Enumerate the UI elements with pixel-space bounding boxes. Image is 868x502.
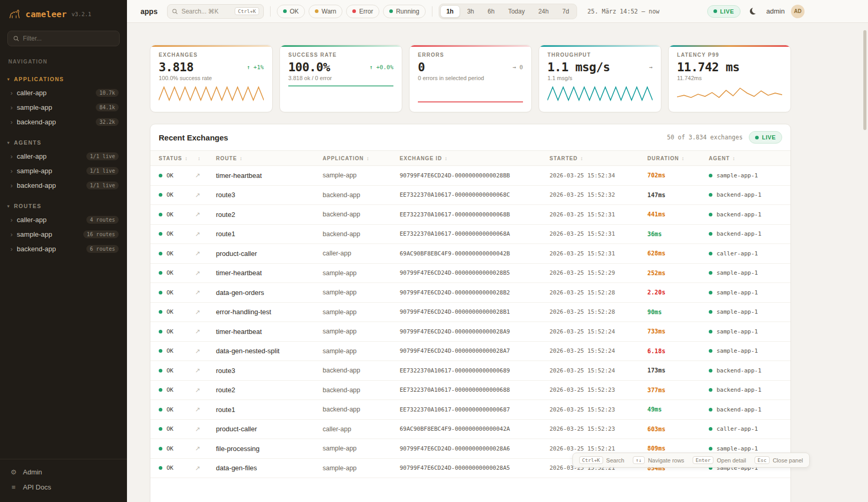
global-search[interactable]: Search... ⌘K Ctrl+K (167, 4, 264, 19)
chevron-right-icon: › (10, 104, 12, 111)
open-detail-icon[interactable]: ↗ (195, 211, 216, 218)
app-logo[interactable]: cameleer v3.2.1 (0, 0, 127, 25)
status-cell: OK (159, 426, 195, 432)
sidebar-section-header[interactable]: ▾ APPLICATIONS (0, 74, 127, 85)
table-row[interactable]: OK ↗ data-gen-nested-split sample-app 90… (150, 342, 790, 362)
table-column-header[interactable]: STATUS ↕ (159, 156, 195, 161)
column-label: AGENT (709, 156, 730, 161)
table-row[interactable]: OK ↗ route2 backend-app EE7322370A10617-… (150, 205, 790, 225)
stat-card[interactable]: THROUGHPUT 1.1 msg/s → 1.1 msg/s (539, 45, 661, 112)
sidebar-section-header[interactable]: ▾ AGENTS (0, 137, 127, 149)
table-live-badge[interactable]: LIVE (749, 131, 782, 144)
table-column-header[interactable]: APPLICATION ↕ (323, 156, 400, 161)
shortcut-hint: Ctrl+K Search (579, 456, 624, 464)
status-label: OK (167, 230, 173, 237)
theme-toggle-button[interactable] (747, 5, 760, 18)
status-filter-chip[interactable]: Running (383, 5, 426, 18)
table-column-header[interactable]: AGENT ↕ (709, 156, 782, 161)
table-row[interactable]: OK ↗ product-caller caller-app 69AC90BF8… (150, 420, 790, 440)
sidebar-item[interactable]: › caller-app 1/1 live (0, 149, 127, 163)
duration-cell: 49ms (647, 406, 709, 413)
open-detail-icon[interactable]: ↗ (195, 445, 216, 452)
table-row[interactable]: OK ↗ product-caller caller-app 69AC90BF8… (150, 244, 790, 264)
status-filter-chip[interactable]: Warn (309, 5, 342, 18)
open-detail-icon[interactable]: ↗ (195, 465, 216, 472)
table-row[interactable]: OK ↗ timer-heartbeat sample-app 90799F47… (150, 264, 790, 284)
sidebar-item[interactable]: › sample-app 1/1 live (0, 163, 127, 178)
table-row[interactable]: OK ↗ route1 backend-app EE7322370A10617-… (150, 400, 790, 420)
table-row[interactable]: OK ↗ timer-heartbeat sample-app 90799F47… (150, 166, 790, 186)
sidebar-item[interactable]: › caller-app 4 routes (0, 212, 127, 227)
table-row[interactable]: OK ↗ route3 backend-app EE7322370A10617-… (150, 361, 790, 381)
status-filter-chip[interactable]: OK (277, 5, 305, 18)
open-detail-icon[interactable]: ↗ (195, 230, 216, 238)
avatar[interactable]: AD (791, 5, 805, 18)
time-range-button[interactable]: 3h (461, 5, 480, 18)
time-range-button[interactable]: Today (502, 5, 531, 18)
sidebar-footer-item[interactable]: ⚙ Admin (0, 465, 127, 480)
sidebar-item[interactable]: › backend-app 32.2k (0, 114, 127, 129)
open-detail-icon[interactable]: ↗ (195, 289, 216, 296)
route-cell: timer-heartbeat (216, 172, 323, 179)
table-row[interactable]: OK ↗ route1 backend-app EE7322370A10617-… (150, 225, 790, 244)
sidebar-item[interactable]: › caller-app 10.7k (0, 85, 127, 100)
keyboard-shortcuts-overlay: Ctrl+K Search ↑↓ Navigate rows Enter Ope… (572, 453, 810, 468)
open-detail-icon[interactable]: ↗ (195, 367, 216, 374)
footer-item-label: Admin (23, 468, 42, 476)
open-detail-icon[interactable]: ↗ (195, 347, 216, 355)
table-column-header[interactable]: DURATION ↕ (647, 156, 709, 161)
status-label: OK (167, 426, 173, 432)
open-detail-icon[interactable]: ↗ (195, 308, 216, 316)
time-range-button[interactable]: 24h (532, 5, 555, 18)
status-dot-icon (315, 9, 318, 13)
exchange-id-cell: 90799F47E6CD24D-00000000000028A5 (400, 465, 550, 471)
open-detail-icon[interactable]: ↗ (195, 387, 216, 394)
sidebar-item[interactable]: › sample-app 16 routes (0, 227, 127, 241)
time-range-button[interactable]: 1h (440, 5, 460, 18)
open-detail-icon[interactable]: ↗ (195, 328, 216, 335)
status-label: OK (167, 250, 173, 257)
table-row[interactable]: OK ↗ route2 backend-app EE7322370A10617-… (150, 381, 790, 401)
sidebar-item-badge: 32.2k (96, 118, 119, 126)
sidebar-item-badge: 84.1k (96, 104, 119, 111)
status-label: OK (167, 211, 173, 218)
started-cell: 2026-03-25 15:52:31 (550, 250, 647, 257)
sidebar-section-header[interactable]: ▾ ROUTES (0, 201, 127, 212)
status-cell: OK (159, 289, 195, 296)
stat-card[interactable]: SUCCESS RATE 100.0% ↑ +0.0% 3.818 ok / 0… (279, 45, 402, 112)
time-range-group: 1h3h6hToday24h7d (439, 4, 577, 19)
sidebar-item[interactable]: › sample-app 84.1k (0, 100, 127, 114)
filter-input[interactable] (23, 35, 114, 42)
table-column-header[interactable]: STARTED ↕ (550, 156, 647, 161)
table-column-header[interactable]: EXCHANGE ID ↕ (400, 156, 550, 161)
sidebar-item[interactable]: › backend-app 1/1 live (0, 178, 127, 192)
stat-card[interactable]: ERRORS 0 → 0 0 errors in selected period (409, 45, 532, 112)
status-filter-chip[interactable]: Error (346, 5, 379, 18)
table-column-header[interactable]: ROUTE ↕ (216, 156, 323, 161)
scrollbar-thumb[interactable] (863, 30, 866, 130)
table-column-header[interactable]: ↕ (195, 156, 216, 161)
open-detail-icon[interactable]: ↗ (195, 172, 216, 179)
sort-icon: ↕ (185, 156, 188, 161)
open-detail-icon[interactable]: ↗ (195, 406, 216, 413)
time-range-button[interactable]: 7d (556, 5, 575, 18)
open-detail-icon[interactable]: ↗ (195, 269, 216, 277)
stat-card-value: 3.818 (159, 60, 194, 74)
table-row[interactable]: OK ↗ timer-heartbeat sample-app 90799F47… (150, 322, 790, 342)
table-row[interactable]: OK ↗ data-gen-orders sample-app 90799F47… (150, 283, 790, 303)
live-badge[interactable]: LIVE (707, 5, 741, 18)
footer-item-label: API Docs (23, 483, 51, 491)
open-detail-icon[interactable]: ↗ (195, 426, 216, 433)
sidebar-item[interactable]: › backend-app 6 routes (0, 241, 127, 256)
agent-live-dot-icon (709, 174, 712, 177)
table-row[interactable]: OK ↗ error-handling-test sample-app 9079… (150, 303, 790, 323)
time-range-button[interactable]: 6h (481, 5, 501, 18)
status-label: OK (167, 289, 173, 296)
sidebar-footer-item[interactable]: ≡ API Docs (0, 480, 127, 495)
open-detail-icon[interactable]: ↗ (195, 250, 216, 257)
open-detail-icon[interactable]: ↗ (195, 191, 216, 199)
table-row[interactable]: OK ↗ route3 backend-app EE7322370A10617-… (150, 186, 790, 205)
stat-card[interactable]: LATENCY P99 11.742 ms 11.742ms (668, 45, 791, 112)
card-accent-bar (280, 45, 402, 47)
stat-card[interactable]: EXCHANGES 3.818 ↑ +1% 100.0% success rat… (150, 45, 273, 112)
